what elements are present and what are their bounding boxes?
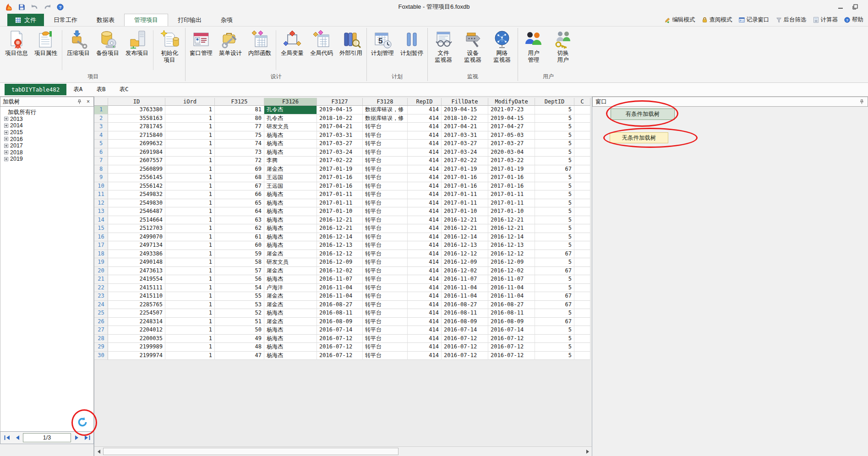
cell-F3126[interactable]: 杨海杰 [264,343,317,352]
mode-item-记录窗口[interactable]: 记录窗口 [739,16,770,24]
cell-RepID[interactable]: 414 [408,174,442,182]
cell-iOrd[interactable]: 1 [165,352,215,360]
cell-ID[interactable]: 2199974 [108,352,165,360]
first-page-button[interactable] [3,434,11,441]
cell-ModifyDate[interactable]: 2017-03-22 [488,157,535,165]
cell-C[interactable] [574,343,590,352]
cell-iOrd[interactable]: 1 [165,284,215,293]
cell-RepID[interactable]: 414 [408,165,442,174]
scroll-left-icon[interactable] [95,447,103,456]
cell-FillDate[interactable]: 2017-04-21 [442,123,488,131]
cell-ModifyDate[interactable]: 2021-07-23 [488,106,535,114]
cell-F3125[interactable]: 74 [215,140,264,148]
mode-item-帮助[interactable]: ?帮助 [844,16,863,24]
cell-DeptID[interactable]: 5 [535,335,574,343]
cell-F3126[interactable]: 杨海杰 [264,216,317,225]
cell-DeptID[interactable]: 5 [535,114,574,123]
cell-F3127[interactable]: 2017-03-31 [317,131,363,140]
cell-F3126[interactable]: 杨海杰 [264,275,317,284]
cell-DeptID[interactable]: 5 [535,123,574,131]
cell-F3128[interactable]: 转平台 [363,326,408,335]
cell-F3125[interactable]: 62 [215,224,264,233]
cell-ModifyDate[interactable]: 2016-12-14 [488,233,535,242]
cell-ID[interactable]: 2546487 [108,207,165,216]
cell-ID[interactable]: 2715840 [108,131,165,140]
expand-icon[interactable] [4,150,8,154]
cell-F3127[interactable]: 2017-01-16 [317,174,363,182]
horizontal-scrollbar[interactable] [94,446,592,456]
row-number[interactable]: 29 [94,343,108,352]
row-number[interactable]: 30 [94,352,108,360]
cell-ID[interactable]: 2499070 [108,233,165,242]
cell-FillDate[interactable]: 2016-12-13 [442,241,488,250]
row-number[interactable]: 6 [94,148,108,157]
cell-ModifyDate[interactable]: 2016-12-02 [488,267,535,276]
cell-RepID[interactable]: 414 [408,216,442,225]
expand-icon[interactable] [4,157,8,161]
cell-F3128[interactable]: 转平台 [363,301,408,309]
cell-C[interactable] [574,275,590,284]
cell-DeptID[interactable]: 5 [535,148,574,157]
cell-F3128[interactable]: 转平台 [363,267,408,276]
cell-iOrd[interactable]: 1 [165,241,215,250]
cell-iOrd[interactable]: 1 [165,165,215,174]
cell-F3125[interactable]: 80 [215,114,264,123]
cell-F3128[interactable]: 转平台 [363,258,408,267]
cell-F3127[interactable]: 2016-12-09 [317,258,363,267]
cell-FillDate[interactable]: 2017-01-11 [442,199,488,208]
cell-F3127[interactable]: 2016-12-02 [317,267,363,276]
cell-RepID[interactable]: 414 [408,190,442,199]
cell-iOrd[interactable]: 1 [165,140,215,148]
cell-ID[interactable]: 2556145 [108,174,165,182]
cell-F3127[interactable]: 2016-07-12 [317,335,363,343]
cell-C[interactable] [574,165,590,174]
cell-ModifyDate[interactable]: 2017-01-19 [488,165,535,174]
cell-F3128[interactable]: 转平台 [363,207,408,216]
cell-ModifyDate[interactable]: 2016-08-11 [488,309,535,318]
cell-ModifyDate[interactable]: 2017-01-16 [488,174,535,182]
cell-FillDate[interactable]: 2016-11-04 [442,284,488,293]
cell-F3126[interactable]: 杨海杰 [264,199,317,208]
cell-F3127[interactable]: 2017-01-11 [317,199,363,208]
cell-DeptID[interactable]: 5 [535,343,574,352]
cell-ID[interactable]: 2493386 [108,250,165,259]
ribbon-button-菜单设计[interactable]: 菜单设计 [216,28,245,57]
cell-F3125[interactable]: 73 [215,148,264,157]
column-header-rownum[interactable] [94,98,108,106]
cell-F3128[interactable]: 转平台 [363,140,408,148]
cell-ModifyDate[interactable]: 2016-12-21 [488,216,535,225]
cell-FillDate[interactable]: 2017-03-27 [442,140,488,148]
last-page-button[interactable] [83,434,91,441]
cell-ModifyDate[interactable]: 2020-03-04 [488,148,535,157]
cell-F3125[interactable]: 67 [215,182,264,191]
cell-F3127[interactable]: 2017-01-19 [317,165,363,174]
cell-F3125[interactable]: 61 [215,233,264,242]
cell-iOrd[interactable]: 1 [165,182,215,191]
cell-RepID[interactable]: 414 [408,309,442,318]
cell-DeptID[interactable]: 5 [535,190,574,199]
cell-C[interactable] [574,182,590,191]
cell-C[interactable] [574,140,590,148]
cell-F3127[interactable]: 2019-04-15 [317,106,363,114]
cell-F3127[interactable]: 2017-01-16 [317,182,363,191]
cell-FillDate[interactable]: 2016-12-09 [442,258,488,267]
cell-F3127[interactable]: 2017-04-21 [317,123,363,131]
app-logo[interactable] [5,3,13,11]
cell-C[interactable] [574,241,590,250]
cell-iOrd[interactable]: 1 [165,106,215,114]
cell-RepID[interactable]: 414 [408,182,442,191]
cell-ID[interactable]: 2473613 [108,267,165,276]
refresh-icon[interactable] [77,417,88,428]
cell-F3126[interactable]: 王远国 [264,174,317,182]
cell-F3128[interactable]: 转平台 [363,157,408,165]
cell-RepID[interactable]: 414 [408,106,442,114]
tree-item-2019[interactable]: 2019 [0,156,93,163]
table-tab-tabDIYTable482[interactable]: tabDIYTable482 [5,84,66,95]
cell-F3126[interactable]: 杨海杰 [264,326,317,335]
cell-FillDate[interactable]: 2016-07-12 [442,343,488,352]
cell-F3127[interactable]: 2017-01-10 [317,207,363,216]
cell-C[interactable] [574,250,590,259]
cell-ModifyDate[interactable]: 2016-07-12 [488,335,535,343]
row-number[interactable]: 15 [94,224,108,233]
cell-F3128[interactable]: 转平台 [363,318,408,326]
